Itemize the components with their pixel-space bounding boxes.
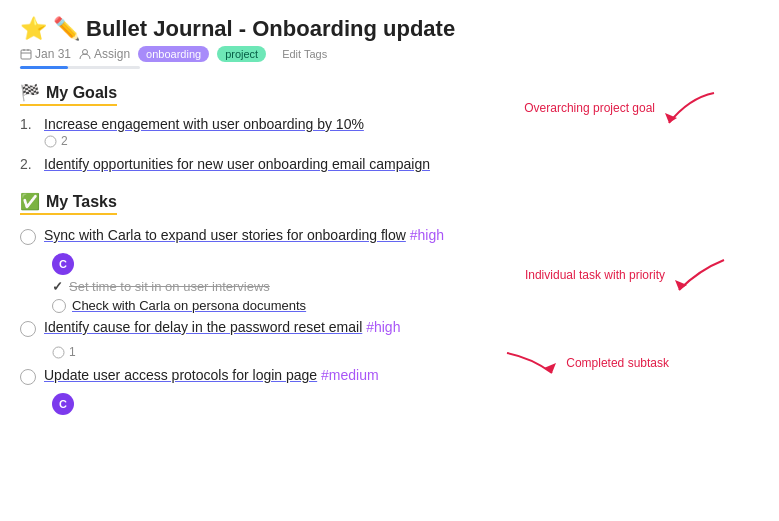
subtask-text-completed: Set time to sit in on user interviews	[69, 279, 270, 294]
meta-date-text: Jan 31	[35, 47, 71, 61]
calendar-icon	[20, 48, 32, 60]
assign-text: Assign	[94, 47, 130, 61]
goal-text-2: Identify opportunities for new user onbo…	[44, 156, 430, 172]
pencil-icon: ✏️	[53, 16, 80, 42]
comment-count-1: 2	[61, 134, 68, 148]
subtask-checkbox-2[interactable]	[52, 299, 66, 313]
progress-fill	[20, 66, 68, 69]
comment-icon	[52, 346, 65, 359]
arrow-icon-1	[659, 88, 719, 128]
task-tag-medium-3: #medium	[321, 367, 379, 383]
page-title: ⭐ ✏️ Bullet Journal - Onboarding update	[20, 16, 759, 42]
annotation-text-2: Individual task with priority	[525, 268, 665, 282]
tasks-section: ✅ My Tasks Sync with Carla to expand use…	[20, 192, 759, 415]
goals-section-title: 🏁 My Goals	[20, 83, 117, 106]
goals-icon: 🏁	[20, 83, 40, 102]
task-avatar-3: C	[52, 393, 759, 415]
page-header: ⭐ ✏️ Bullet Journal - Onboarding update …	[20, 16, 759, 69]
svg-point-6	[53, 347, 64, 358]
task-checkbox-1[interactable]	[20, 229, 36, 245]
goal-num-2: 2.	[20, 156, 38, 172]
arrow-icon-3	[502, 348, 562, 378]
tasks-section-title: ✅ My Tasks	[20, 192, 117, 215]
annotation-individual-task: Individual task with priority	[525, 255, 729, 295]
person-icon	[79, 48, 91, 60]
task-checkbox-2[interactable]	[20, 321, 36, 337]
task-text-1: Sync with Carla to expand user stories f…	[44, 227, 406, 243]
list-item: 2. Identify opportunities for new user o…	[20, 156, 759, 172]
goal-comment-1: 2	[44, 134, 759, 148]
goals-title-text: My Goals	[46, 84, 117, 102]
annotation-text-3: Completed subtask	[566, 356, 669, 370]
task-text-2: Identify cause for delay in the password…	[44, 319, 362, 335]
annotation-completed-subtask: Completed subtask	[502, 348, 669, 378]
tag-project[interactable]: project	[217, 46, 266, 62]
task-tag-high-2: #high	[366, 319, 400, 335]
table-row: Identify cause for delay in the password…	[20, 317, 759, 339]
goal-text-1: Increase engagement with user onboarding…	[44, 116, 364, 132]
svg-marker-8	[675, 280, 687, 290]
meta-row: Jan 31 Assign onboarding project Edit Ta…	[20, 46, 759, 62]
svg-rect-0	[21, 50, 31, 59]
annotation-text-1: Overarching project goal	[524, 101, 655, 115]
tasks-title-text: My Tasks	[46, 193, 117, 211]
meta-assign[interactable]: Assign	[79, 47, 130, 61]
goal-num-1: 1.	[20, 116, 38, 132]
arrow-icon-2	[669, 255, 729, 295]
list-item: Check with Carla on persona documents	[52, 298, 759, 313]
task-checkbox-3[interactable]	[20, 369, 36, 385]
meta-date: Jan 31	[20, 47, 71, 61]
tag-onboarding[interactable]: onboarding	[138, 46, 209, 62]
title-text: Bullet Journal - Onboarding update	[86, 16, 455, 42]
tasks-icon: ✅	[20, 192, 40, 211]
comment-icon	[44, 135, 57, 148]
subtask-text-2: Check with Carla on persona documents	[72, 298, 306, 313]
annotation-overarching: Overarching project goal	[524, 88, 719, 128]
svg-point-5	[45, 136, 56, 147]
avatar: C	[52, 393, 74, 415]
progress-bar	[20, 66, 140, 69]
task-tag-high-1: #high	[410, 227, 444, 243]
task-text-3: Update user access protocols for login p…	[44, 367, 317, 383]
avatar: C	[52, 253, 74, 275]
star-icon: ⭐	[20, 16, 47, 42]
comment-count-2: 1	[69, 345, 76, 359]
table-row: Sync with Carla to expand user stories f…	[20, 225, 759, 247]
edit-tags-button[interactable]: Edit Tags	[274, 46, 335, 62]
svg-marker-9	[544, 363, 556, 373]
subtask-checkmark-1: ✓	[52, 279, 63, 294]
